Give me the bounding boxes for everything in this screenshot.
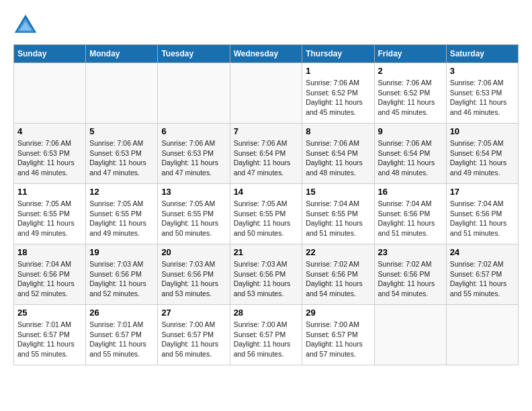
day-info: Sunrise: 7:06 AM Sunset: 6:54 PM Dayligh…	[306, 138, 370, 178]
day-number: 15	[306, 187, 370, 197]
calendar-cell: 22Sunrise: 7:02 AM Sunset: 6:56 PM Dayli…	[302, 244, 374, 305]
day-info: Sunrise: 7:02 AM Sunset: 6:56 PM Dayligh…	[378, 259, 443, 299]
day-number: 21	[234, 247, 299, 257]
day-info: Sunrise: 7:03 AM Sunset: 6:56 PM Dayligh…	[89, 259, 154, 299]
day-info: Sunrise: 7:06 AM Sunset: 6:53 PM Dayligh…	[450, 78, 515, 118]
day-info: Sunrise: 7:05 AM Sunset: 6:55 PM Dayligh…	[161, 199, 226, 238]
calendar-cell: 20Sunrise: 7:03 AM Sunset: 6:56 PM Dayli…	[158, 244, 230, 305]
calendar-cell: 17Sunrise: 7:04 AM Sunset: 6:56 PM Dayli…	[446, 184, 518, 244]
calendar-cell: 24Sunrise: 7:02 AM Sunset: 6:57 PM Dayli…	[446, 244, 518, 305]
day-info: Sunrise: 7:05 AM Sunset: 6:54 PM Dayligh…	[450, 138, 515, 178]
day-number: 26	[89, 308, 154, 318]
calendar-row: 25Sunrise: 7:01 AM Sunset: 6:57 PM Dayli…	[14, 305, 519, 365]
logo-icon	[13, 13, 38, 38]
calendar-cell: 28Sunrise: 7:00 AM Sunset: 6:57 PM Dayli…	[230, 305, 302, 365]
day-info: Sunrise: 7:05 AM Sunset: 6:55 PM Dayligh…	[17, 199, 82, 238]
day-number: 22	[306, 247, 370, 257]
calendar-cell: 7Sunrise: 7:06 AM Sunset: 6:54 PM Daylig…	[230, 124, 302, 184]
day-info: Sunrise: 7:03 AM Sunset: 6:56 PM Dayligh…	[161, 259, 226, 299]
logo	[13, 13, 42, 38]
calendar-cell: 25Sunrise: 7:01 AM Sunset: 6:57 PM Dayli…	[14, 305, 86, 365]
page-header	[13, 13, 519, 38]
calendar-cell: 11Sunrise: 7:05 AM Sunset: 6:55 PM Dayli…	[14, 184, 86, 244]
day-number: 3	[450, 66, 515, 76]
calendar-body: 1Sunrise: 7:06 AM Sunset: 6:52 PM Daylig…	[14, 63, 519, 365]
day-info: Sunrise: 7:00 AM Sunset: 6:57 PM Dayligh…	[161, 320, 226, 359]
header-row: SundayMondayTuesdayWednesdayThursdayFrid…	[14, 45, 519, 63]
day-number: 29	[306, 308, 370, 318]
day-number: 19	[89, 247, 154, 257]
day-info: Sunrise: 7:00 AM Sunset: 6:57 PM Dayligh…	[234, 320, 299, 359]
day-number: 11	[17, 187, 82, 197]
day-info: Sunrise: 7:03 AM Sunset: 6:56 PM Dayligh…	[234, 259, 299, 299]
day-info: Sunrise: 7:02 AM Sunset: 6:56 PM Dayligh…	[306, 259, 370, 299]
day-info: Sunrise: 7:06 AM Sunset: 6:53 PM Dayligh…	[161, 138, 226, 178]
day-info: Sunrise: 7:01 AM Sunset: 6:57 PM Dayligh…	[17, 320, 82, 359]
calendar-cell	[230, 63, 302, 124]
day-number: 14	[234, 187, 299, 197]
day-number: 20	[161, 247, 226, 257]
calendar-cell: 5Sunrise: 7:06 AM Sunset: 6:53 PM Daylig…	[86, 124, 158, 184]
calendar-cell: 10Sunrise: 7:05 AM Sunset: 6:54 PM Dayli…	[446, 124, 518, 184]
day-number: 16	[378, 187, 443, 197]
calendar-cell: 3Sunrise: 7:06 AM Sunset: 6:53 PM Daylig…	[446, 63, 518, 124]
day-info: Sunrise: 7:06 AM Sunset: 6:53 PM Dayligh…	[89, 138, 154, 178]
calendar-cell	[158, 63, 230, 124]
day-number: 9	[378, 126, 443, 136]
calendar-cell: 13Sunrise: 7:05 AM Sunset: 6:55 PM Dayli…	[158, 184, 230, 244]
calendar-cell: 23Sunrise: 7:02 AM Sunset: 6:56 PM Dayli…	[374, 244, 446, 305]
calendar-cell	[446, 305, 518, 365]
calendar-cell: 16Sunrise: 7:04 AM Sunset: 6:56 PM Dayli…	[374, 184, 446, 244]
calendar-cell: 12Sunrise: 7:05 AM Sunset: 6:55 PM Dayli…	[86, 184, 158, 244]
header-cell-friday: Friday	[374, 45, 446, 63]
day-number: 25	[17, 308, 82, 318]
calendar-cell: 15Sunrise: 7:04 AM Sunset: 6:55 PM Dayli…	[302, 184, 374, 244]
day-number: 12	[89, 187, 154, 197]
calendar-cell: 14Sunrise: 7:05 AM Sunset: 6:55 PM Dayli…	[230, 184, 302, 244]
day-info: Sunrise: 7:06 AM Sunset: 6:52 PM Dayligh…	[306, 78, 370, 118]
calendar-cell: 21Sunrise: 7:03 AM Sunset: 6:56 PM Dayli…	[230, 244, 302, 305]
day-info: Sunrise: 7:06 AM Sunset: 6:52 PM Dayligh…	[378, 78, 443, 118]
day-number: 5	[89, 126, 154, 136]
day-number: 18	[17, 247, 82, 257]
calendar-cell	[374, 305, 446, 365]
calendar-row: 18Sunrise: 7:04 AM Sunset: 6:56 PM Dayli…	[14, 244, 519, 305]
day-info: Sunrise: 7:06 AM Sunset: 6:53 PM Dayligh…	[17, 138, 82, 178]
header-cell-thursday: Thursday	[302, 45, 374, 63]
day-number: 4	[17, 126, 82, 136]
day-info: Sunrise: 7:05 AM Sunset: 6:55 PM Dayligh…	[234, 199, 299, 238]
day-number: 8	[306, 126, 370, 136]
header-cell-sunday: Sunday	[14, 45, 86, 63]
day-number: 13	[161, 187, 226, 197]
calendar-row: 1Sunrise: 7:06 AM Sunset: 6:52 PM Daylig…	[14, 63, 519, 124]
day-info: Sunrise: 7:04 AM Sunset: 6:56 PM Dayligh…	[450, 199, 515, 238]
header-cell-wednesday: Wednesday	[230, 45, 302, 63]
calendar-cell	[14, 63, 86, 124]
day-info: Sunrise: 7:04 AM Sunset: 6:56 PM Dayligh…	[378, 199, 443, 238]
day-info: Sunrise: 7:05 AM Sunset: 6:55 PM Dayligh…	[89, 199, 154, 238]
day-number: 17	[450, 187, 515, 197]
calendar-cell: 4Sunrise: 7:06 AM Sunset: 6:53 PM Daylig…	[14, 124, 86, 184]
calendar-row: 11Sunrise: 7:05 AM Sunset: 6:55 PM Dayli…	[14, 184, 519, 244]
day-number: 24	[450, 247, 515, 257]
day-info: Sunrise: 7:06 AM Sunset: 6:54 PM Dayligh…	[234, 138, 299, 178]
day-info: Sunrise: 7:00 AM Sunset: 6:57 PM Dayligh…	[306, 320, 370, 359]
day-number: 23	[378, 247, 443, 257]
header-cell-tuesday: Tuesday	[158, 45, 230, 63]
calendar-row: 4Sunrise: 7:06 AM Sunset: 6:53 PM Daylig…	[14, 124, 519, 184]
day-info: Sunrise: 7:02 AM Sunset: 6:57 PM Dayligh…	[450, 259, 515, 299]
day-info: Sunrise: 7:04 AM Sunset: 6:56 PM Dayligh…	[17, 259, 82, 299]
calendar-cell: 9Sunrise: 7:06 AM Sunset: 6:54 PM Daylig…	[374, 124, 446, 184]
calendar-cell: 1Sunrise: 7:06 AM Sunset: 6:52 PM Daylig…	[302, 63, 374, 124]
day-info: Sunrise: 7:01 AM Sunset: 6:57 PM Dayligh…	[89, 320, 154, 359]
calendar-cell: 26Sunrise: 7:01 AM Sunset: 6:57 PM Dayli…	[86, 305, 158, 365]
calendar-cell: 2Sunrise: 7:06 AM Sunset: 6:52 PM Daylig…	[374, 63, 446, 124]
calendar-cell	[86, 63, 158, 124]
calendar-cell: 18Sunrise: 7:04 AM Sunset: 6:56 PM Dayli…	[14, 244, 86, 305]
header-cell-monday: Monday	[86, 45, 158, 63]
calendar-cell: 8Sunrise: 7:06 AM Sunset: 6:54 PM Daylig…	[302, 124, 374, 184]
calendar-table: SundayMondayTuesdayWednesdayThursdayFrid…	[13, 44, 519, 365]
calendar-header: SundayMondayTuesdayWednesdayThursdayFrid…	[14, 45, 519, 63]
calendar-cell: 19Sunrise: 7:03 AM Sunset: 6:56 PM Dayli…	[86, 244, 158, 305]
day-number: 27	[161, 308, 226, 318]
